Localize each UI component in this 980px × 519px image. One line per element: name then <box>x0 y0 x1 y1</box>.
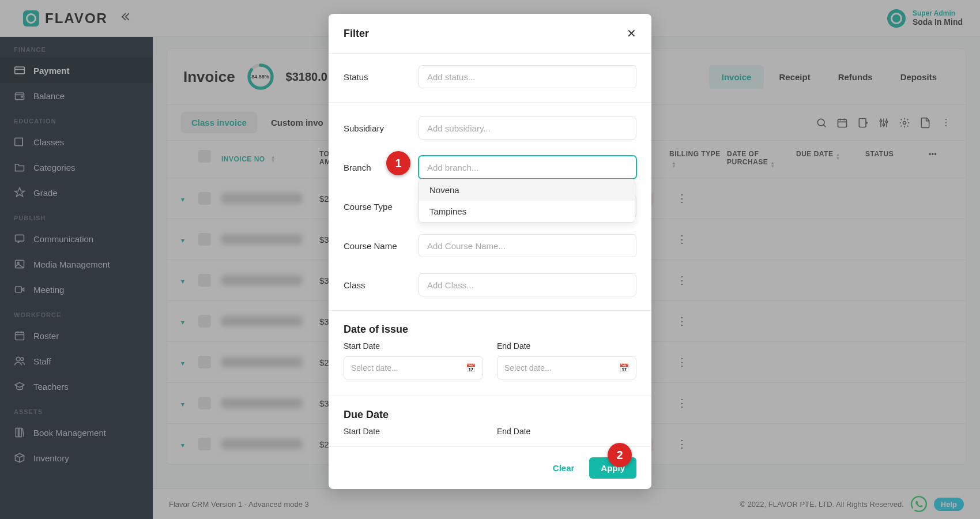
calendar-icon: 📅 <box>466 363 476 373</box>
issue-end-label: End Date <box>497 341 636 351</box>
status-label: Status <box>344 72 407 82</box>
branch-input[interactable] <box>419 156 636 179</box>
issue-start-input[interactable]: Select date...📅 <box>344 356 483 379</box>
filter-modal: Filter ✕ Status Subsidiary Branch Novena… <box>329 14 651 489</box>
branch-dropdown: Novena Tampines <box>419 179 635 223</box>
branch-option-novena[interactable]: Novena <box>419 179 635 201</box>
due-end-label: End Date <box>497 427 636 436</box>
close-icon[interactable]: ✕ <box>627 27 636 40</box>
class-label: Class <box>344 280 407 290</box>
class-input[interactable] <box>419 273 636 296</box>
due-start-label: Start Date <box>344 427 483 436</box>
callout-1: 1 <box>386 151 410 175</box>
status-input[interactable] <box>419 65 636 88</box>
course-name-input[interactable] <box>419 234 636 257</box>
callout-2: 2 <box>608 443 632 467</box>
course-type-label: Course Type <box>344 202 407 212</box>
issue-end-input[interactable]: Select date...📅 <box>497 356 636 379</box>
date-of-issue-title: Date of issue <box>329 317 651 339</box>
due-date-title: Due Date <box>329 402 651 424</box>
branch-option-tampines[interactable]: Tampines <box>419 201 635 222</box>
modal-title: Filter <box>344 28 369 40</box>
subsidiary-input[interactable] <box>419 116 636 140</box>
issue-start-label: Start Date <box>344 341 483 351</box>
subsidiary-label: Subsidiary <box>344 123 407 133</box>
modal-overlay[interactable]: Filter ✕ Status Subsidiary Branch Novena… <box>0 0 980 519</box>
calendar-icon: 📅 <box>619 363 629 373</box>
clear-button[interactable]: Clear <box>546 457 582 479</box>
course-name-label: Course Name <box>344 241 407 251</box>
